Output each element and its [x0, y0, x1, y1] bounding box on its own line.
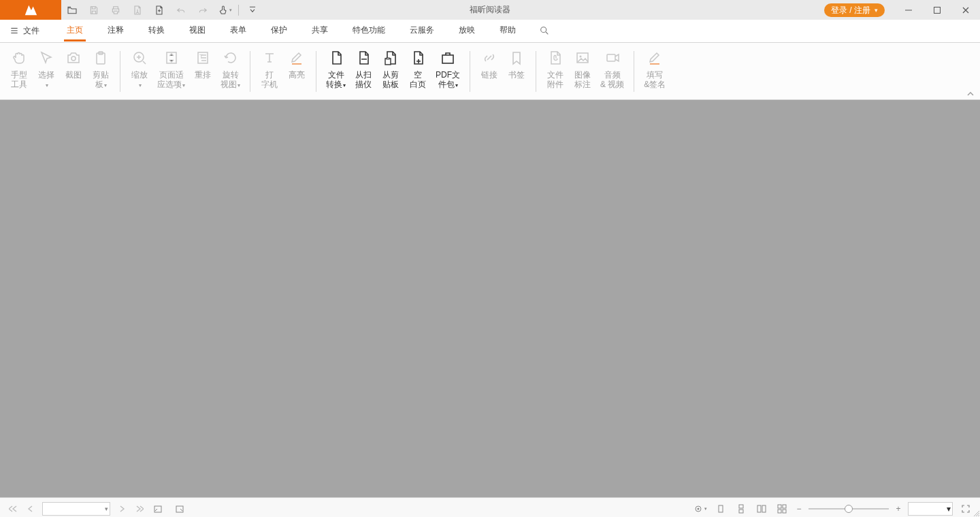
svg-text:T: T	[199, 53, 203, 60]
page-number-input[interactable]: ▾	[42, 502, 110, 516]
maximize-button[interactable]	[923, 0, 951, 20]
select-tool-button[interactable]: 选择▾	[33, 46, 60, 97]
reflow-button[interactable]: T 重排	[189, 46, 216, 97]
zoom-slider[interactable]	[808, 502, 889, 516]
ribbon-separator	[120, 51, 120, 92]
forward-view-button[interactable]	[172, 501, 186, 516]
pdf-package-button[interactable]: PDF文件包▾	[431, 46, 464, 97]
typewriter-icon	[261, 50, 278, 66]
qat-open-button[interactable]	[61, 0, 83, 20]
audio-video-button[interactable]: 音频& 视频	[596, 46, 628, 97]
qat-touch-button[interactable]: ▾	[214, 0, 235, 20]
svg-rect-22	[757, 505, 761, 512]
collapse-ribbon-button[interactable]	[966, 90, 975, 98]
highlight-button[interactable]: 高亮	[283, 46, 310, 97]
briefcase-icon	[440, 50, 456, 66]
from-clipboard-button[interactable]: 从剪贴板	[377, 46, 404, 97]
chevron-down-icon: ▾	[947, 504, 951, 514]
tab-form[interactable]: 表单	[227, 20, 249, 41]
tab-feature[interactable]: 特色功能	[350, 20, 388, 41]
svg-rect-21	[739, 510, 743, 513]
resize-grip[interactable]	[970, 507, 980, 517]
snapshot-button[interactable]: 截图	[60, 46, 87, 97]
reflow-icon: T	[195, 50, 211, 66]
qat-redo-button[interactable]	[192, 0, 214, 20]
qat-undo-button[interactable]	[170, 0, 192, 20]
read-mode-button[interactable]: ▾	[693, 501, 708, 516]
zoom-input[interactable]: ▾	[908, 502, 953, 516]
qat-new-button[interactable]	[148, 0, 170, 20]
continuous-facing-button[interactable]	[774, 501, 789, 516]
fill-sign-button[interactable]: 填写&签名	[640, 46, 670, 97]
facing-page-button[interactable]	[754, 501, 769, 516]
tab-share[interactable]: 共享	[309, 20, 331, 41]
tab-annot[interactable]: 注释	[105, 20, 127, 41]
search-button[interactable]	[539, 25, 550, 36]
first-page-button[interactable]	[7, 501, 19, 516]
qat-customize-button[interactable]	[242, 0, 263, 20]
hand-icon	[11, 50, 27, 66]
tab-help[interactable]: 帮助	[497, 20, 519, 41]
minimize-button[interactable]	[894, 0, 923, 20]
bookmark-button[interactable]: 书签	[503, 46, 530, 97]
prev-page-button[interactable]	[24, 501, 37, 516]
ribbon-separator	[470, 51, 470, 92]
svg-point-18	[698, 508, 700, 510]
svg-rect-25	[783, 505, 786, 508]
rotate-view-button[interactable]: 旋转视图▾	[216, 46, 244, 97]
tab-view[interactable]: 视图	[186, 20, 208, 41]
svg-rect-11	[442, 55, 453, 63]
svg-rect-23	[762, 505, 766, 512]
svg-rect-16	[176, 506, 183, 512]
tab-convert[interactable]: 转换	[146, 20, 167, 41]
zoom-out-button[interactable]: −	[795, 504, 803, 514]
chevron-down-icon: ▾	[875, 3, 878, 17]
zoom-icon	[131, 50, 148, 66]
ribbon-separator	[634, 51, 634, 92]
svg-rect-20	[739, 505, 743, 508]
zoom-button[interactable]: 缩放▾	[126, 46, 153, 97]
status-left: ▾	[7, 501, 186, 516]
title-bar: ▾ 福昕阅读器 登录 / 注册 ▾	[0, 0, 980, 20]
image-annotation-button[interactable]: 图像标注	[569, 46, 596, 97]
qat-save-button[interactable]	[83, 0, 105, 20]
link-button[interactable]: 链接	[476, 46, 503, 97]
single-page-button[interactable]	[713, 501, 728, 516]
tab-home[interactable]: 主页	[64, 20, 86, 41]
camera-icon	[65, 50, 82, 66]
next-page-button[interactable]	[116, 501, 128, 516]
from-scanner-button[interactable]: 从扫描仪	[350, 46, 377, 97]
window-title: 福昕阅读器	[470, 4, 510, 16]
search-icon	[539, 25, 550, 36]
foxit-logo-icon	[23, 3, 38, 18]
continuous-page-button[interactable]	[734, 501, 749, 516]
file-attachment-button[interactable]: 文件附件	[542, 46, 569, 97]
svg-point-2	[71, 56, 76, 61]
file-convert-button[interactable]: 文件转换▾	[322, 46, 350, 97]
blank-page-button[interactable]: 空白页	[404, 46, 431, 97]
close-button[interactable]	[951, 0, 980, 20]
login-register-button[interactable]: 登录 / 注册 ▾	[824, 3, 885, 17]
tab-present[interactable]: 放映	[456, 20, 478, 41]
fit-page-button[interactable]: 页面适应选项▾	[153, 46, 189, 97]
tab-protect[interactable]: 保护	[268, 20, 290, 41]
qat-separator	[238, 5, 239, 16]
login-label: 登录 / 注册	[831, 3, 870, 17]
app-logo[interactable]	[0, 0, 61, 20]
qat-print-alt-button[interactable]	[127, 0, 148, 20]
link-icon	[481, 50, 497, 66]
fit-icon	[163, 50, 180, 66]
attachment-icon	[547, 50, 564, 66]
file-menu-button[interactable]: 文件	[10, 20, 39, 41]
tabs-container: 主页 注释 转换 视图 表单 保护 共享 特色功能 云服务 放映 帮助	[54, 20, 528, 41]
tab-cloud[interactable]: 云服务	[407, 20, 437, 41]
zoom-in-button[interactable]: +	[894, 504, 902, 514]
svg-rect-0	[934, 7, 941, 13]
clipboard-button[interactable]: 剪贴板▾	[87, 46, 114, 97]
back-view-button[interactable]	[151, 501, 166, 516]
last-page-button[interactable]	[133, 501, 146, 516]
hand-tool-button[interactable]: 手型工具	[5, 46, 33, 97]
qat-print-button[interactable]	[105, 0, 127, 20]
typewriter-button[interactable]: 打字机	[256, 46, 283, 97]
clipboard-icon	[93, 50, 109, 66]
